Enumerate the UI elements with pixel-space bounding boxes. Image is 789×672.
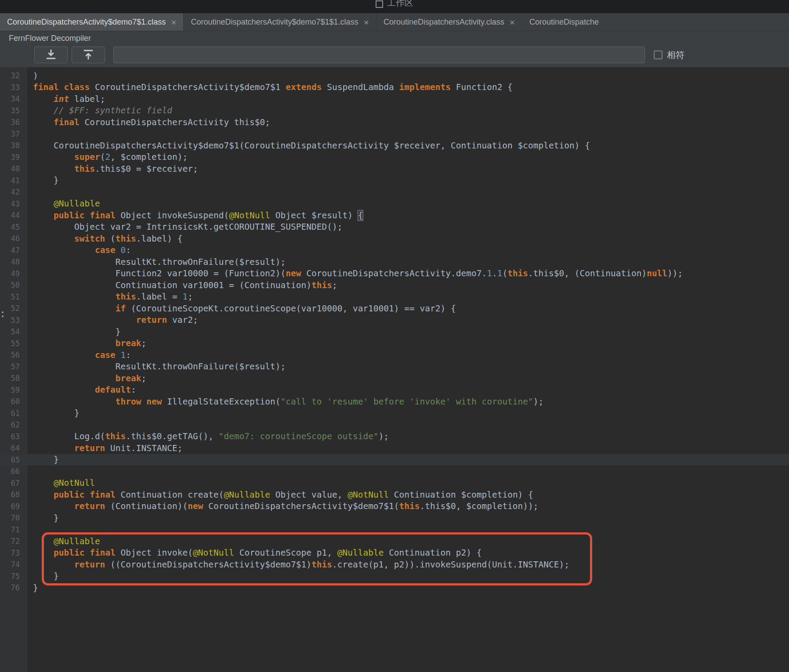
code-line[interactable]: Log.d(this.this$0.getTAG(), "demo7: coro…: [33, 431, 389, 441]
line-number[interactable]: 47: [0, 246, 20, 255]
editor-tab[interactable]: CoroutineDispatche: [522, 13, 606, 31]
line-number[interactable]: 58: [0, 374, 20, 383]
match-checkbox[interactable]: [654, 51, 662, 59]
code-line[interactable]: @Nullable: [33, 199, 100, 209]
code-editor[interactable]: 32)33final class CoroutineDispatchersAct…: [0, 67, 789, 672]
line-number[interactable]: 51: [0, 293, 20, 301]
code-line[interactable]: final CoroutineDispatchersActivity this$…: [33, 117, 270, 127]
code-line[interactable]: public final Continuation create(@Nullab…: [33, 490, 533, 500]
line-number[interactable]: 61: [0, 409, 20, 418]
workspace-tab[interactable]: 工作区: [376, 0, 413, 9]
code-line[interactable]: Object var2 = IntrinsicsKt.getCOROUTINE_…: [33, 222, 342, 232]
line-number[interactable]: 67: [0, 479, 20, 488]
code-line[interactable]: return (Continuation)(new CoroutineDispa…: [33, 501, 539, 511]
line-number[interactable]: 33: [0, 83, 20, 92]
line-number[interactable]: 74: [0, 560, 20, 569]
code-lines: 32)33final class CoroutineDispatchersAct…: [0, 67, 789, 594]
tab-close-icon[interactable]: ×: [510, 18, 515, 27]
line-number[interactable]: 60: [0, 397, 20, 406]
code-line[interactable]: return var2;: [33, 315, 198, 325]
code-line[interactable]: }: [33, 455, 59, 465]
line-number[interactable]: 37: [0, 130, 20, 138]
editor-tab[interactable]: CoroutineDispatchersActivity$demo7$1.cla…: [0, 13, 184, 31]
code-line[interactable]: return ((CoroutineDispatchersActivity$de…: [33, 560, 569, 570]
tab-close-icon[interactable]: ×: [364, 18, 369, 27]
line-number[interactable]: 73: [0, 549, 20, 557]
code-line[interactable]: }: [33, 175, 59, 185]
code-line[interactable]: switch (this.label) {: [33, 234, 183, 244]
line-number[interactable]: 38: [0, 141, 20, 150]
code-line[interactable]: case 1:: [33, 350, 131, 360]
line-number[interactable]: 43: [0, 199, 20, 208]
code-line[interactable]: this.label = 1;: [33, 292, 193, 302]
line-number[interactable]: 75: [0, 572, 20, 581]
code-line[interactable]: this.this$0 = $receiver;: [33, 164, 198, 174]
code-line[interactable]: ResultKt.throwOnFailure($result);: [33, 361, 286, 372]
code-line[interactable]: default:: [33, 385, 136, 395]
line-number[interactable]: 71: [0, 525, 20, 534]
line-number[interactable]: 62: [0, 420, 20, 429]
line-number[interactable]: 76: [0, 583, 20, 592]
line-number[interactable]: 39: [0, 153, 20, 162]
line-number[interactable]: 48: [0, 257, 20, 266]
download-button[interactable]: [34, 47, 68, 63]
line-number[interactable]: 69: [0, 502, 20, 511]
line-number[interactable]: 65: [0, 455, 20, 464]
line-number[interactable]: 66: [0, 467, 20, 476]
code-line[interactable]: ): [33, 71, 38, 81]
search-input[interactable]: [113, 47, 645, 63]
line-number[interactable]: 50: [0, 281, 20, 289]
line-number[interactable]: 63: [0, 432, 20, 441]
line-number[interactable]: 45: [0, 223, 20, 231]
line-number[interactable]: 55: [0, 339, 20, 348]
line-number[interactable]: 57: [0, 362, 20, 371]
line-number[interactable]: 42: [0, 188, 20, 196]
tab-close-icon[interactable]: ×: [171, 18, 176, 27]
code-line[interactable]: CoroutineDispatchersActivity$demo7$1(Cor…: [33, 141, 590, 151]
line-number[interactable]: 41: [0, 176, 20, 185]
code-line[interactable]: }: [33, 327, 121, 337]
line-number[interactable]: 64: [0, 444, 20, 452]
code-line[interactable]: public final Object invokeSuspend(@NotNu…: [33, 210, 363, 220]
code-line[interactable]: @NotNull: [33, 478, 95, 488]
code-line[interactable]: break;: [33, 373, 146, 383]
code-line[interactable]: final class CoroutineDispatchersActivity…: [33, 82, 513, 92]
code-line[interactable]: }: [33, 571, 59, 581]
code-line[interactable]: }: [33, 408, 80, 418]
code-line[interactable]: return Unit.INSTANCE;: [33, 443, 182, 453]
upload-button[interactable]: [72, 47, 105, 63]
code-line[interactable]: if (CoroutineScopeKt.coroutineScope(var1…: [33, 303, 456, 314]
line-number[interactable]: 70: [0, 513, 20, 522]
code-line[interactable]: super(2, $completion);: [33, 152, 188, 162]
code-row: 49 Function2 var10000 = (Function2)(new …: [0, 268, 789, 280]
line-number[interactable]: 49: [0, 269, 20, 278]
code-line[interactable]: }: [33, 583, 38, 593]
match-option[interactable]: 相符: [654, 49, 684, 61]
code-line[interactable]: }: [33, 513, 59, 523]
line-number[interactable]: 44: [0, 211, 20, 220]
code-line[interactable]: Function2 var10000 = (Function2)(new Cor…: [33, 268, 683, 278]
line-number[interactable]: 59: [0, 386, 20, 394]
code-line[interactable]: Continuation var10001 = (Continuation)th…: [33, 280, 337, 290]
line-number[interactable]: 68: [0, 490, 20, 499]
code-line[interactable]: break;: [33, 338, 146, 348]
code-line[interactable]: public final Object invoke(@NotNull Coro…: [33, 548, 481, 558]
line-number[interactable]: 35: [0, 106, 20, 115]
code-line[interactable]: @Nullable: [33, 536, 100, 546]
code-line[interactable]: throw new IllegalStateException("call to…: [33, 397, 543, 407]
line-number[interactable]: 34: [0, 94, 20, 103]
line-number[interactable]: 40: [0, 164, 20, 173]
line-number[interactable]: 46: [0, 234, 20, 243]
code-row: 36 final CoroutineDispatchersActivity th…: [0, 116, 789, 128]
code-line[interactable]: // $FF: synthetic field: [33, 105, 172, 116]
editor-tab[interactable]: CoroutineDispatchersActivity$demo7$1$1.c…: [184, 13, 376, 31]
line-number[interactable]: 72: [0, 537, 20, 546]
line-number[interactable]: 36: [0, 118, 20, 126]
line-number[interactable]: 32: [0, 71, 20, 80]
line-number[interactable]: 54: [0, 327, 20, 336]
editor-tab[interactable]: CoroutineDispatchersActivity.class×: [376, 13, 522, 31]
code-line[interactable]: ResultKt.throwOnFailure($result);: [33, 257, 286, 267]
line-number[interactable]: 56: [0, 350, 20, 359]
code-line[interactable]: case 0:: [33, 245, 131, 255]
code-line[interactable]: int label;: [33, 94, 105, 104]
